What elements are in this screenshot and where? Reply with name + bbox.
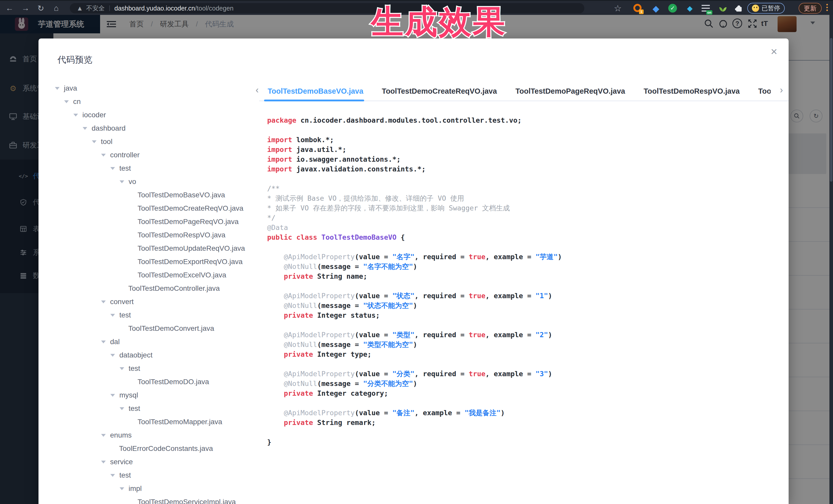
tree-folder-test[interactable]: test [39, 469, 264, 482]
code-line: */ [267, 213, 562, 223]
caret-down-icon[interactable] [101, 301, 106, 303]
extension-gem-icon[interactable]: ◆ [685, 4, 694, 13]
tree-file-ToolTestDemoBaseVO.java[interactable]: ToolTestDemoBaseVO.java [39, 188, 264, 202]
code-line [267, 359, 562, 369]
scrollbar-thumb[interactable] [830, 38, 832, 182]
caret-down-icon[interactable] [101, 154, 106, 157]
tab-file-1[interactable]: ToolTestDemoCreateReqVO.java [382, 87, 497, 95]
tree-file-ToolTestDemoRespVO.java[interactable]: ToolTestDemoRespVO.java [39, 229, 264, 242]
code-line: @NotNull(message = "类型不能为空") [267, 340, 562, 350]
annotation-text: 生成效果 [316, 1, 562, 44]
caret-down-icon[interactable] [120, 407, 124, 410]
caret-down-icon[interactable] [101, 434, 106, 437]
tree-folder-test[interactable]: test [39, 162, 264, 175]
browser-update-button[interactable]: 更新 [799, 3, 822, 14]
tabs-scroll-left-icon[interactable]: ‹ [256, 85, 259, 95]
screen: ← → ↻ ⌂ ▲ 不安全 dashboard.yudao.iocoder.cn… [0, 0, 833, 504]
caret-down-icon[interactable] [101, 340, 106, 343]
browser-menu-icon[interactable] [826, 4, 828, 11]
tree-folder-controller[interactable]: controller [39, 148, 264, 162]
code-line: package cn.iocoder.dashboard.modules.too… [267, 116, 562, 125]
tree-node-label: service [110, 458, 133, 466]
tree-file-ToolTestDemoUpdateReqVO.java[interactable]: ToolTestDemoUpdateReqVO.java [39, 242, 264, 255]
code-line: * 测试示例 Base VO，提供给添加、修改、详细的子 VO 使用 [267, 193, 562, 203]
browser-reload-icon[interactable]: ↻ [38, 1, 44, 16]
caret-down-icon[interactable] [55, 87, 60, 90]
tree-file-ToolTestDemoExcelVO.java[interactable]: ToolTestDemoExcelVO.java [39, 268, 264, 282]
code-line: @ApiModelProperty(value = "分类", required… [267, 369, 562, 379]
bookmark-star-icon[interactable]: ☆ [614, 1, 622, 16]
extension-on-badge: on [706, 10, 712, 15]
caret-down-icon[interactable] [110, 314, 115, 317]
tree-file-ToolTestDemoServiceImpl.java[interactable]: ToolTestDemoServiceImpl.java [39, 495, 264, 504]
extension-check-icon[interactable]: ✓ [668, 4, 677, 13]
tree-folder-dal[interactable]: dal [39, 335, 264, 349]
tree-folder-service[interactable]: service [39, 455, 264, 469]
caret-down-icon[interactable] [64, 100, 69, 103]
code-line: @ApiModelProperty(value = "类型", required… [267, 330, 562, 340]
tree-node-label: iocoder [82, 111, 106, 119]
tree-folder-iocoder[interactable]: iocoder [39, 108, 264, 122]
paused-label: 已暂停 [762, 4, 780, 12]
extension-plant-icon[interactable] [718, 4, 728, 13]
code-line: @NotNull(message = "状态不能为空") [267, 301, 562, 311]
file-tree: javacniocoderdashboardtoolcontrollertest… [39, 81, 264, 504]
caret-down-icon[interactable] [120, 367, 124, 370]
tree-folder-vo[interactable]: vo [39, 175, 264, 188]
profile-paused-chip[interactable]: 已暂停 [747, 3, 785, 14]
caret-down-icon[interactable] [92, 140, 96, 143]
tree-folder-test[interactable]: test [39, 402, 264, 415]
caret-down-icon[interactable] [110, 167, 115, 170]
code-line: @ApiModelProperty(value = "备注", example … [267, 408, 562, 418]
code-line [267, 428, 562, 437]
tree-folder-java[interactable]: java [39, 81, 264, 95]
tabs-scroll-right-icon[interactable]: › [780, 85, 783, 95]
code-line: @NotNull(message = "分类不能为空") [267, 379, 562, 388]
tab-file-4[interactable]: ToolTe [758, 87, 771, 95]
extensions-puzzle-icon[interactable] [735, 4, 744, 13]
tree-file-ToolTestDemoConvert.java[interactable]: ToolTestDemoConvert.java [39, 322, 264, 335]
tree-file-ToolTestDemoCreateReqVO.java[interactable]: ToolTestDemoCreateReqVO.java [39, 202, 264, 215]
tab-file-0[interactable]: ToolTestDemoBaseVO.java [268, 87, 363, 95]
tree-folder-impl[interactable]: impl [39, 482, 264, 495]
tree-folder-dashboard[interactable]: dashboard [39, 122, 264, 135]
code-line: @Data [267, 223, 562, 233]
close-icon[interactable]: × [771, 45, 777, 58]
caret-down-icon[interactable] [120, 181, 124, 183]
extension-list-icon[interactable]: on [701, 4, 711, 13]
tree-file-ToolTestDemoPageReqVO.java[interactable]: ToolTestDemoPageReqVO.java [39, 215, 264, 229]
browser-forward-icon[interactable]: → [22, 1, 29, 16]
tab-file-3[interactable]: ToolTestDemoRespVO.java [644, 87, 740, 95]
caret-down-icon[interactable] [110, 474, 115, 477]
caret-down-icon[interactable] [110, 394, 115, 397]
caret-down-icon[interactable] [110, 354, 115, 357]
extension-ring-icon[interactable]: 1 [633, 4, 643, 13]
extension-pin-icon[interactable]: ◆ [651, 4, 661, 13]
code-line: private Integer type; [267, 350, 562, 359]
not-secure-warning-icon: ▲ [76, 4, 83, 12]
tree-file-ToolTestDemoDO.java[interactable]: ToolTestDemoDO.java [39, 375, 264, 388]
tree-folder-tool[interactable]: tool [39, 135, 264, 148]
tree-file-ToolErrorCodeConstants.java[interactable]: ToolErrorCodeConstants.java [39, 442, 264, 455]
tree-folder-convert[interactable]: convert [39, 295, 264, 309]
caret-down-icon[interactable] [82, 127, 87, 130]
caret-down-icon[interactable] [101, 461, 106, 463]
browser-back-icon[interactable]: ← [6, 1, 14, 16]
tree-folder-enums[interactable]: enums [39, 429, 264, 442]
tree-folder-test[interactable]: test [39, 309, 264, 322]
page-scrollbar[interactable] [829, 15, 833, 504]
tree-file-ToolTestDemoController.java[interactable]: ToolTestDemoController.java [39, 282, 264, 295]
tab-file-2[interactable]: ToolTestDemoPageReqVO.java [515, 87, 625, 95]
tree-node-label: ToolTestDemoBaseVO.java [138, 191, 225, 199]
code-line [267, 398, 562, 408]
tree-folder-mysql[interactable]: mysql [39, 388, 264, 402]
tree-file-ToolTestDemoMapper.java[interactable]: ToolTestDemoMapper.java [39, 415, 264, 429]
tree-file-ToolTestDemoExportReqVO.java[interactable]: ToolTestDemoExportReqVO.java [39, 255, 264, 268]
browser-home-icon[interactable]: ⌂ [54, 1, 59, 16]
tree-folder-cn[interactable]: cn [39, 95, 264, 108]
tree-node-label: java [64, 84, 77, 92]
caret-down-icon[interactable] [73, 114, 78, 117]
caret-down-icon[interactable] [120, 487, 124, 490]
tree-folder-dataobject[interactable]: dataobject [39, 349, 264, 362]
tree-folder-test[interactable]: test [39, 362, 264, 375]
